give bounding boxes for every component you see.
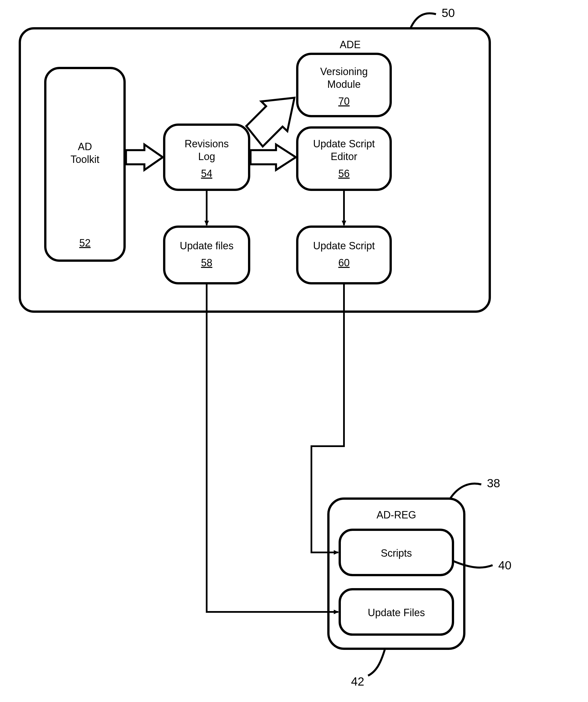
adreg-callout-leader bbox=[450, 484, 481, 499]
scripts-ref: 40 bbox=[498, 559, 511, 572]
editor-ref: 56 bbox=[338, 168, 350, 179]
toolkit-line2: Toolkit bbox=[70, 153, 99, 165]
revisions-line2: Log bbox=[198, 151, 215, 162]
editor-line1: Update Script bbox=[313, 138, 375, 149]
adreg-updatefiles-ref: 42 bbox=[351, 675, 364, 688]
adreg-title: AD-REG bbox=[377, 509, 416, 521]
ade-title: ADE bbox=[340, 39, 361, 50]
update-script-line1: Update Script bbox=[313, 240, 375, 252]
adreg-updatefiles-label: Update Files bbox=[368, 607, 425, 618]
adreg-ref: 38 bbox=[487, 476, 500, 490]
arrow-updatefiles-to-adreg-updatefiles bbox=[207, 283, 338, 612]
revisions-line1: Revisions bbox=[184, 138, 229, 149]
scripts-callout-leader bbox=[453, 561, 492, 567]
arrow-revisions-to-versioning bbox=[246, 98, 294, 146]
scripts-label: Scripts bbox=[381, 547, 412, 559]
update-script-ref: 60 bbox=[338, 257, 350, 268]
ade-container bbox=[20, 28, 490, 312]
arrow-revisions-to-editor bbox=[251, 144, 296, 170]
toolkit-ref: 52 bbox=[79, 237, 91, 249]
ade-ref: 50 bbox=[442, 6, 455, 19]
toolkit-line1: AD bbox=[78, 141, 92, 152]
ade-callout-leader bbox=[411, 13, 436, 28]
update-files-ref: 58 bbox=[201, 257, 212, 268]
versioning-ref: 70 bbox=[338, 96, 350, 107]
editor-line2: Editor bbox=[331, 151, 357, 162]
diagram-canvas: ADE 50 AD Toolkit 52 Revisions Log 54 Ve… bbox=[0, 0, 588, 702]
arrow-toolkit-to-revisions bbox=[126, 144, 163, 170]
update-script-box bbox=[297, 227, 391, 283]
versioning-line1: Versioning bbox=[320, 66, 368, 77]
versioning-line2: Module bbox=[327, 79, 361, 90]
adreg-updatefiles-callout-leader bbox=[368, 649, 385, 676]
revisions-ref: 54 bbox=[201, 168, 212, 179]
update-files-box bbox=[164, 227, 249, 283]
update-files-line1: Update files bbox=[180, 240, 234, 252]
